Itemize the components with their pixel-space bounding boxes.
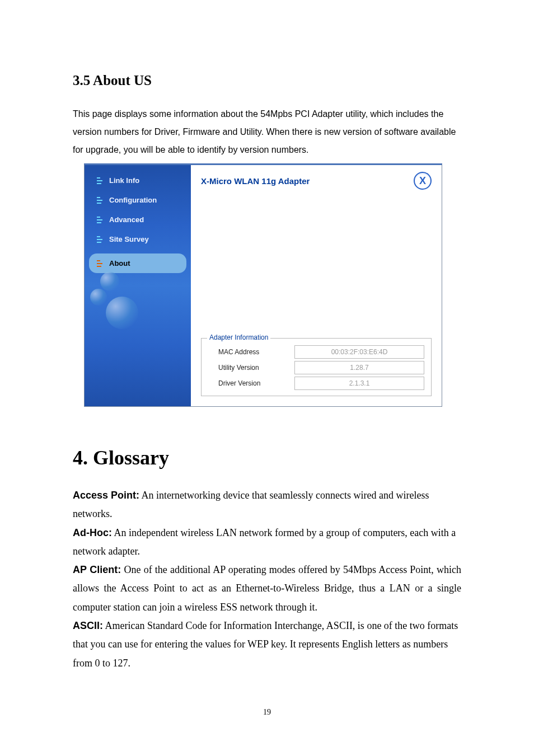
- glossary-term: Access Point:: [73, 490, 139, 501]
- intro-paragraph: This page displays some information abou…: [73, 105, 461, 159]
- section-heading: 3.5 About US: [73, 73, 461, 88]
- glossary-term: Ad-Hoc:: [73, 527, 112, 538]
- fieldset-legend: Adapter Information: [207, 334, 270, 341]
- sidebar-item-label: Link Info: [109, 176, 139, 185]
- glossary-entry: Access Point: An internetworking device …: [73, 486, 461, 524]
- info-label: Driver Version: [208, 379, 260, 387]
- panel-title: X-Micro WLAN 11g Adapter: [201, 176, 310, 186]
- bars-icon: [97, 217, 105, 223]
- sidebar-item-link-info[interactable]: Link Info: [85, 171, 191, 190]
- bars-icon: [97, 197, 105, 204]
- close-button[interactable]: X: [414, 172, 432, 190]
- sidebar-item-label: About: [109, 259, 130, 267]
- sidebar: Link Info Configuration Advanced Site Su…: [85, 165, 191, 406]
- sidebar-decoration: [90, 272, 157, 350]
- app-window: Link Info Configuration Advanced Site Su…: [84, 163, 442, 407]
- page-number: 19: [0, 708, 534, 717]
- sidebar-item-label: Configuration: [109, 196, 157, 204]
- info-label: MAC Address: [208, 348, 259, 356]
- info-value: 00:03:2F:03:E6:4D: [294, 345, 424, 359]
- info-value: 2.1.3.1: [294, 377, 424, 390]
- info-row-driver: Driver Version 2.1.3.1: [208, 375, 424, 391]
- sidebar-item-advanced[interactable]: Advanced: [85, 210, 191, 229]
- glossary-entry: AP Client: One of the additional AP oper…: [73, 561, 461, 617]
- close-icon: X: [419, 175, 426, 187]
- bars-icon: [97, 177, 105, 184]
- sidebar-item-about[interactable]: About: [89, 253, 186, 273]
- info-value: 1.28.7: [294, 361, 424, 374]
- sidebar-item-label: Advanced: [109, 215, 144, 224]
- glossary-block: Access Point: An internetworking device …: [73, 486, 461, 673]
- glossary-entry: Ad-Hoc: An independent wireless LAN netw…: [73, 524, 461, 561]
- glossary-term: AP Client:: [73, 564, 121, 575]
- glossary-definition: An independent wireless LAN network form…: [73, 527, 456, 557]
- glossary-definition: One of the additional AP operating modes…: [73, 564, 461, 613]
- sidebar-item-site-survey[interactable]: Site Survey: [85, 229, 191, 249]
- info-row-mac: MAC Address 00:03:2F:03:E6:4D: [208, 344, 424, 360]
- sidebar-item-label: Site Survey: [109, 235, 149, 243]
- content-panel: X-Micro WLAN 11g Adapter X Adapter Infor…: [191, 165, 442, 406]
- bars-icon: [97, 260, 105, 267]
- glossary-term: ASCII:: [73, 620, 103, 631]
- sidebar-item-configuration[interactable]: Configuration: [85, 190, 191, 210]
- glossary-heading: 4. Glossary: [73, 446, 461, 469]
- adapter-info-fieldset: Adapter Information MAC Address 00:03:2F…: [201, 338, 432, 396]
- info-label: Utility Version: [208, 364, 259, 372]
- glossary-entry: ASCII: American Standard Code for Inform…: [73, 617, 461, 673]
- info-row-utility: Utility Version 1.28.7: [208, 360, 424, 375]
- glossary-definition: American Standard Code for Information I…: [73, 620, 458, 669]
- bars-icon: [97, 236, 105, 243]
